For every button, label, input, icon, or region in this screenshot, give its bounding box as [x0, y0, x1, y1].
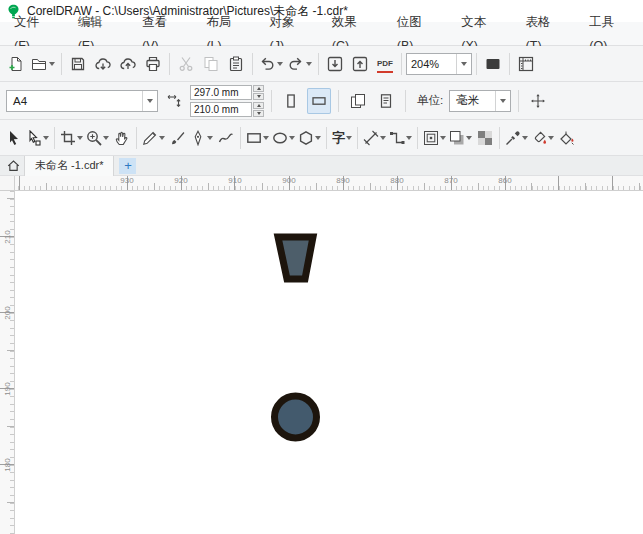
flyout-caret-icon — [103, 136, 109, 140]
landscape-page-icon — [311, 93, 327, 109]
page-width-input[interactable] — [190, 85, 252, 100]
text-tool[interactable]: 字 — [331, 125, 353, 151]
paste-icon — [228, 56, 244, 72]
ruler-label: 900 — [279, 176, 299, 185]
undo-button[interactable] — [257, 51, 285, 77]
landscape-button[interactable] — [307, 88, 331, 114]
cloud-down-icon — [95, 56, 111, 72]
flyout-caret-icon — [466, 136, 472, 140]
separator — [271, 90, 272, 112]
flyout-caret-icon — [277, 62, 283, 66]
text-icon: 字 — [332, 129, 345, 147]
zoom-level-input[interactable] — [407, 58, 456, 70]
document-tab-bar: 未命名 -1.cdr* + — [0, 156, 643, 176]
rectangle-tool[interactable] — [245, 125, 270, 151]
current-page-button[interactable] — [374, 88, 398, 114]
horizontal-ruler[interactable]: 930920910900890880870860 — [15, 176, 643, 191]
checker-icon — [477, 130, 493, 146]
color-eyedropper-tool[interactable] — [504, 125, 529, 151]
import-button[interactable] — [323, 51, 347, 77]
rect-icon — [246, 130, 262, 146]
page-size-value: A4 — [7, 95, 142, 107]
circle-shape[interactable] — [275, 396, 317, 438]
transparency-tool[interactable] — [474, 125, 495, 151]
redo-button[interactable] — [286, 51, 314, 77]
open-button[interactable] — [29, 51, 57, 77]
separator — [499, 127, 500, 149]
page-height-input[interactable] — [190, 102, 252, 117]
pick-tool[interactable] — [3, 125, 24, 151]
welcome-home-button[interactable] — [2, 156, 24, 176]
artistic-media-tool[interactable] — [167, 125, 188, 151]
print-button[interactable] — [141, 51, 165, 77]
units-dropdown-button[interactable] — [495, 91, 510, 111]
save-button[interactable] — [66, 51, 90, 77]
export-button[interactable] — [348, 51, 372, 77]
flyout-caret-icon — [380, 136, 386, 140]
portrait-button[interactable] — [279, 88, 303, 114]
zoom-level-combo[interactable] — [406, 53, 472, 75]
b-spline-tool[interactable] — [215, 125, 236, 151]
flyout-caret-icon — [43, 136, 49, 140]
ruler-origin-button[interactable] — [0, 176, 15, 191]
spin-up-icon[interactable] — [253, 102, 264, 109]
drawing-canvas[interactable] — [15, 191, 643, 534]
zoom-dropdown-button[interactable] — [456, 54, 471, 74]
portrait-page-icon — [283, 93, 299, 109]
crop-icon — [60, 130, 76, 146]
save-to-cloud-button[interactable] — [116, 51, 140, 77]
copy-icon — [203, 56, 219, 72]
spin-down-icon[interactable] — [253, 110, 264, 117]
separator — [54, 127, 55, 149]
contour-tool[interactable] — [422, 125, 447, 151]
zoom-tool[interactable] — [85, 125, 110, 151]
page-size-dropdown-button[interactable] — [142, 91, 157, 111]
shape-tool[interactable] — [25, 125, 50, 151]
separator — [417, 127, 418, 149]
drop-shadow-tool[interactable] — [448, 125, 473, 151]
cut-button[interactable] — [174, 51, 198, 77]
flyout-caret-icon — [406, 136, 412, 140]
open-from-cloud-button[interactable] — [91, 51, 115, 77]
freehand-tool[interactable] — [141, 125, 166, 151]
separator — [518, 90, 519, 112]
import-icon — [327, 56, 343, 72]
paste-button[interactable] — [224, 51, 248, 77]
publish-pdf-button[interactable]: PDF — [373, 51, 397, 77]
flyout-caret-icon — [346, 136, 352, 140]
page-height-spinner[interactable] — [253, 102, 264, 117]
ruler-label: 930 — [117, 176, 137, 185]
pen-tool[interactable] — [189, 125, 214, 151]
separator — [169, 53, 170, 75]
show-rulers-button[interactable] — [514, 51, 538, 77]
page-width-spinner[interactable] — [253, 85, 264, 100]
fullscreen-preview-button[interactable] — [481, 51, 505, 77]
flyout-caret-icon — [263, 136, 269, 140]
document-tab[interactable]: 未命名 -1.cdr* — [24, 156, 114, 176]
spline-icon — [218, 130, 234, 146]
rulers-icon — [518, 56, 534, 72]
toolbox: 字 — [0, 120, 643, 156]
dimension-tool[interactable] — [362, 125, 387, 151]
ruler-label: 910 — [225, 176, 245, 185]
all-pages-button[interactable] — [346, 88, 370, 114]
new-document-button[interactable] — [4, 51, 28, 77]
smart-fill-tool[interactable] — [556, 125, 577, 151]
trapezoid-shape[interactable] — [278, 237, 313, 279]
interactive-fill-tool[interactable] — [530, 125, 555, 151]
pan-tool[interactable] — [111, 125, 132, 151]
cloud-up-icon — [120, 56, 136, 72]
units-select[interactable]: 毫米 — [449, 90, 511, 112]
spin-up-icon[interactable] — [253, 85, 264, 92]
new-tab-button[interactable]: + — [119, 158, 136, 174]
spin-down-icon[interactable] — [253, 93, 264, 100]
polygon-tool[interactable] — [297, 125, 322, 151]
dropper-icon — [505, 130, 521, 146]
page-size-select[interactable]: A4 — [6, 90, 158, 112]
ruler-label: 860 — [495, 176, 515, 185]
vertical-ruler[interactable]: 210200190180 — [0, 191, 15, 534]
crop-tool[interactable] — [59, 125, 84, 151]
copy-button[interactable] — [199, 51, 223, 77]
connector-tool[interactable] — [388, 125, 413, 151]
ellipse-tool[interactable] — [271, 125, 296, 151]
